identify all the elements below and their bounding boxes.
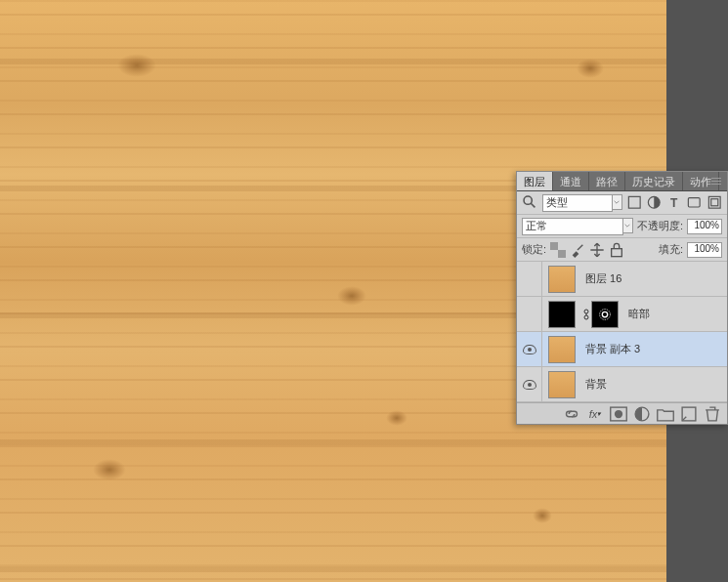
- lock-label: 锁定:: [522, 242, 546, 257]
- svg-point-15: [602, 312, 607, 316]
- layer-name[interactable]: 背景 副本 3: [581, 342, 727, 356]
- filter-adjust-icon[interactable]: [646, 194, 663, 212]
- visibility-toggle[interactable]: [517, 262, 542, 297]
- svg-rect-10: [612, 248, 622, 256]
- adjustment-layer-icon[interactable]: [631, 404, 653, 424]
- wood-knot: [386, 410, 407, 426]
- tab-channels[interactable]: 通道: [553, 172, 589, 190]
- svg-rect-8: [558, 250, 566, 258]
- search-icon: [522, 194, 538, 212]
- lock-transparency-icon[interactable]: [550, 242, 566, 258]
- trash-icon[interactable]: [702, 404, 723, 424]
- visibility-toggle[interactable]: [517, 297, 542, 332]
- visibility-toggle[interactable]: [517, 332, 542, 367]
- link-layers-icon[interactable]: [561, 404, 582, 424]
- lock-position-icon[interactable]: [589, 242, 605, 258]
- tab-layers[interactable]: 图层: [517, 172, 553, 190]
- link-mask-icon[interactable]: [581, 309, 591, 320]
- panel-menu-icon[interactable]: [711, 174, 725, 187]
- layer-mask-thumbnail[interactable]: [591, 301, 619, 328]
- svg-point-11: [584, 310, 588, 313]
- wood-knot: [577, 59, 604, 78]
- wood-knot: [533, 508, 552, 523]
- opacity-field[interactable]: 100%: [687, 219, 722, 234]
- fill-label: 填充:: [659, 242, 683, 257]
- filter-row: 类型 T: [517, 191, 727, 215]
- filter-type-icon[interactable]: T: [666, 194, 683, 212]
- eye-icon: [523, 345, 536, 354]
- filter-kind-select[interactable]: 类型: [542, 194, 613, 212]
- svg-point-0: [524, 196, 532, 204]
- panel-tabs: 图层 通道 路径 历史记录 动作: [517, 172, 727, 191]
- svg-rect-2: [628, 197, 640, 209]
- filter-shape-icon[interactable]: [686, 194, 703, 212]
- layer-row[interactable]: 图层 16: [517, 262, 727, 297]
- filter-smart-icon[interactable]: [707, 194, 723, 212]
- svg-rect-4: [688, 198, 700, 207]
- new-layer-icon[interactable]: [678, 404, 700, 424]
- layer-thumbnail[interactable]: [548, 336, 576, 363]
- layer-row[interactable]: 暗部: [517, 297, 727, 332]
- layers-list: 图层 16 暗部 背景 副本 3 背景: [517, 262, 727, 402]
- group-icon[interactable]: [655, 404, 676, 424]
- lock-brush-icon[interactable]: [570, 242, 585, 258]
- blend-row: 正常 不透明度: 100%: [517, 215, 727, 238]
- layer-name[interactable]: 暗部: [624, 307, 727, 321]
- layer-thumbnail[interactable]: [548, 301, 576, 328]
- layers-bottom-bar: fx▾: [517, 402, 727, 424]
- wood-knot: [93, 459, 126, 480]
- fill-field[interactable]: 100%: [687, 242, 722, 258]
- tab-paths[interactable]: 路径: [589, 172, 625, 190]
- lock-all-icon[interactable]: [609, 242, 624, 258]
- svg-rect-6: [710, 199, 717, 206]
- visibility-toggle[interactable]: [517, 367, 542, 402]
- svg-line-9: [578, 244, 582, 249]
- eye-icon: [523, 380, 536, 390]
- wood-knot: [117, 54, 156, 77]
- layers-panel: 图层 通道 路径 历史记录 动作 类型 T 正常 不透明度: 100% 锁定: …: [516, 171, 728, 425]
- fx-icon[interactable]: fx▾: [584, 404, 606, 424]
- filter-pixel-icon[interactable]: [626, 194, 643, 212]
- layer-name[interactable]: 图层 16: [581, 271, 727, 286]
- tab-history[interactable]: 历史记录: [625, 172, 683, 190]
- add-mask-icon[interactable]: [608, 404, 629, 424]
- chevron-down-icon[interactable]: [613, 194, 622, 210]
- layer-thumbnail[interactable]: [548, 266, 576, 293]
- chevron-down-icon[interactable]: [623, 218, 633, 233]
- blend-mode-select[interactable]: 正常: [522, 218, 623, 235]
- svg-point-14: [600, 309, 611, 319]
- svg-rect-7: [550, 242, 558, 250]
- layer-row[interactable]: 背景: [517, 367, 727, 402]
- layer-row[interactable]: 背景 副本 3: [517, 332, 727, 367]
- layer-thumbnail[interactable]: [548, 371, 576, 398]
- wood-knot: [337, 286, 366, 306]
- lock-row: 锁定: 填充: 100%: [517, 238, 727, 262]
- svg-point-17: [615, 409, 622, 417]
- layer-name[interactable]: 背景: [581, 377, 727, 392]
- svg-point-12: [584, 315, 588, 319]
- opacity-label: 不透明度:: [637, 219, 683, 233]
- svg-line-1: [531, 204, 535, 208]
